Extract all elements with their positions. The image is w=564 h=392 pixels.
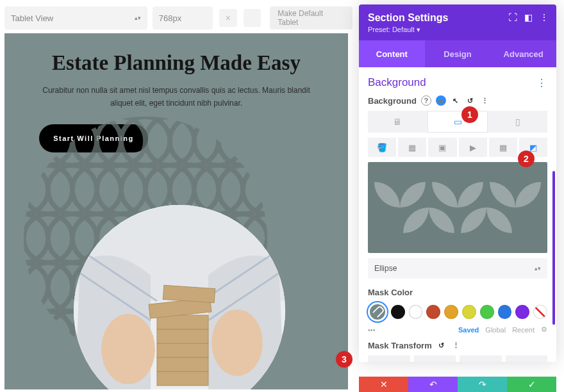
type-video[interactable]: ▶ (459, 138, 487, 157)
empty-slot (244, 9, 261, 27)
device-tabs: 🖥 ▭ ▯ (368, 111, 547, 133)
responsive-icon[interactable]: ▭ (436, 95, 446, 106)
callout-marker-2: 2 (518, 151, 535, 167)
reset-icon[interactable]: ↺ (436, 340, 447, 350)
chevron-updown-icon: ▴▾ (135, 15, 141, 21)
expand-icon[interactable]: ⛶ (508, 12, 517, 22)
close-button[interactable]: × (219, 9, 237, 27)
invert[interactable]: ◐ (506, 355, 548, 362)
svg-point-8 (101, 314, 155, 384)
palette-saved[interactable]: Saved (458, 326, 479, 334)
hover-icon[interactable]: ↖ (451, 95, 461, 106)
tab-design[interactable]: Design (425, 40, 491, 67)
device-phone[interactable]: ▯ (488, 111, 547, 133)
swatch[interactable] (444, 305, 458, 319)
mask-transform-label: Mask Transform (368, 341, 432, 350)
swatch[interactable] (515, 305, 529, 319)
phone-icon: ▯ (515, 117, 520, 127)
type-color[interactable]: 🪣 (368, 138, 396, 157)
shape-select[interactable]: Ellipse ▴▾ (368, 258, 547, 279)
section-menu-icon[interactable]: ⋮ (536, 77, 547, 89)
snap-icon[interactable]: ◧ (524, 12, 533, 22)
paint-icon: 🪣 (377, 143, 387, 152)
cancel-button[interactable]: ✕ (359, 377, 408, 392)
palette-recent[interactable]: Recent (512, 326, 535, 334)
flip-v-icon: ▽△ (427, 360, 442, 362)
flip-vertical[interactable]: ▽△ (414, 355, 456, 362)
field-menu-icon[interactable]: ⋮ (480, 95, 490, 106)
mask-icon: ◩ (529, 143, 537, 152)
invert-icon: ◐ (522, 360, 530, 362)
gear-icon[interactable]: ⚙ (541, 325, 547, 334)
svg-point-9 (212, 309, 263, 376)
width-value: 768px (159, 13, 181, 23)
canvas-preview[interactable]: Estate Planning Made Easy Curabitur non … (4, 33, 348, 389)
swatch[interactable] (409, 305, 423, 319)
mask-color-label: Mask Color (368, 288, 547, 297)
flip-h-icon: ▷◁ (382, 360, 396, 362)
panel-tabs: Content Design Advanced (359, 40, 556, 67)
type-gradient[interactable]: ▦ (398, 138, 426, 157)
section-title: Background (368, 76, 426, 89)
swatch-none[interactable] (533, 305, 547, 319)
close-icon: ✕ (380, 379, 388, 389)
type-image[interactable]: ▣ (428, 138, 456, 157)
swatch[interactable] (462, 305, 476, 319)
view-select-label: Tablet View (11, 13, 53, 23)
tab-content[interactable]: Content (359, 40, 425, 67)
gradient-icon: ▦ (408, 143, 416, 152)
type-pattern[interactable]: ▩ (489, 138, 517, 157)
chevron-updown-icon: ▴▾ (535, 265, 541, 272)
make-default-label: Make Default Tablet (278, 9, 345, 27)
help-icon[interactable]: ? (421, 95, 431, 106)
desktop-icon: 🖥 (393, 117, 402, 127)
tab-advanced[interactable]: Advanced (490, 40, 556, 67)
redo-button[interactable]: ↷ (458, 377, 507, 392)
rotate[interactable]: ↺ (460, 355, 502, 362)
tablet-icon: ▭ (454, 117, 462, 127)
panel-preset[interactable]: Preset: Default ▾ (368, 26, 547, 34)
width-input[interactable]: 768px (153, 6, 213, 29)
mask-preview (368, 162, 547, 253)
undo-icon: ↶ (429, 379, 437, 389)
transform-buttons: ▷◁ ▽△ ↺ ◐ (368, 355, 547, 362)
menu-icon[interactable]: ⋮ (540, 12, 549, 22)
reset-icon[interactable]: ↺ (465, 95, 476, 106)
panel-scrollbar[interactable] (552, 171, 555, 325)
shape-select-value: Ellipse (374, 264, 397, 273)
color-picker[interactable] (368, 302, 387, 322)
svg-rect-12 (157, 343, 208, 357)
field-label: Background (368, 96, 417, 106)
image-icon: ▣ (438, 143, 446, 152)
svg-rect-11 (157, 357, 208, 372)
callout-marker-1: 1 (461, 106, 478, 123)
view-select[interactable]: Tablet View ▴▾ (4, 6, 147, 29)
swatch[interactable] (498, 305, 512, 319)
svg-rect-14 (157, 315, 208, 329)
video-icon: ▶ (470, 143, 476, 152)
panel-header: Section Settings Preset: Default ▾ ⛶ ◧ ⋮ (359, 4, 556, 40)
svg-rect-10 (157, 372, 208, 386)
flip-horizontal[interactable]: ▷◁ (368, 355, 410, 362)
undo-button[interactable]: ↶ (408, 377, 458, 392)
callout-marker-3: 3 (336, 351, 352, 368)
make-default-button[interactable]: Make Default Tablet (270, 6, 352, 29)
swatch[interactable] (426, 305, 440, 319)
pattern-icon: ▩ (499, 143, 507, 152)
field-menu-icon[interactable]: ⋮ (451, 340, 461, 350)
page-headline: Estate Planning Made Easy (4, 51, 348, 75)
device-desktop[interactable]: 🖥 (368, 111, 427, 133)
swatch[interactable] (480, 305, 494, 319)
settings-panel: Section Settings Preset: Default ▾ ⛶ ◧ ⋮… (359, 4, 556, 362)
rotate-icon: ↺ (477, 360, 485, 362)
device-tablet[interactable]: ▭ (427, 111, 488, 133)
page-subtext: Curabitur non nulla sit amet nisl tempus… (35, 84, 317, 110)
more-dots-icon[interactable]: ••• (368, 326, 376, 334)
swatch[interactable] (391, 305, 405, 319)
palette-global[interactable]: Global (485, 326, 506, 334)
panel-footer: ✕ ↶ ↷ ✓ (359, 377, 556, 392)
save-button[interactable]: ✓ (507, 377, 556, 392)
svg-rect-13 (157, 329, 208, 343)
close-icon: × (226, 13, 231, 23)
check-icon: ✓ (528, 379, 536, 389)
